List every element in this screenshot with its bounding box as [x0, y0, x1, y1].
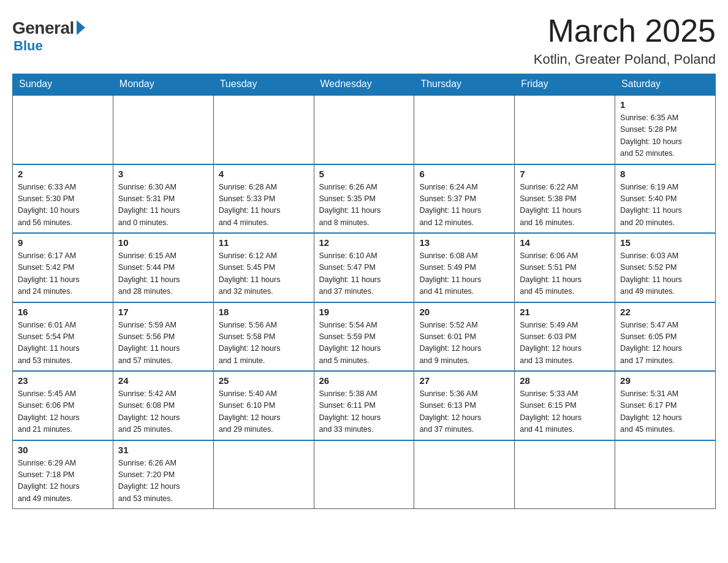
calendar-cell: 25Sunrise: 5:40 AMSunset: 6:10 PMDayligh… [213, 371, 314, 440]
weekday-header-tuesday: Tuesday [213, 74, 314, 95]
calendar-week-row: 1Sunrise: 6:35 AMSunset: 5:28 PMDaylight… [13, 95, 716, 164]
calendar-cell: 8Sunrise: 6:19 AMSunset: 5:40 PMDaylight… [615, 164, 716, 234]
calendar-cell [314, 95, 414, 164]
calendar-cell: 10Sunrise: 6:15 AMSunset: 5:44 PMDayligh… [113, 233, 213, 302]
day-number: 13 [419, 237, 509, 248]
day-number: 25 [219, 375, 309, 386]
weekday-header-saturday: Saturday [615, 74, 716, 95]
day-number: 8 [620, 169, 710, 179]
day-number: 14 [520, 237, 610, 248]
calendar-cell [414, 95, 515, 164]
day-info: Sunrise: 5:40 AMSunset: 6:10 PMDaylight:… [219, 388, 309, 436]
calendar-cell: 14Sunrise: 6:06 AMSunset: 5:51 PMDayligh… [515, 233, 615, 302]
calendar-cell: 26Sunrise: 5:38 AMSunset: 6:11 PMDayligh… [314, 371, 414, 440]
day-number: 24 [118, 375, 208, 386]
day-info: Sunrise: 6:24 AMSunset: 5:37 PMDaylight:… [419, 182, 509, 229]
day-number: 3 [118, 169, 208, 179]
day-info: Sunrise: 5:38 AMSunset: 6:11 PMDaylight:… [319, 388, 409, 436]
day-info: Sunrise: 5:52 AMSunset: 6:01 PMDaylight:… [419, 320, 509, 367]
day-number: 9 [18, 237, 108, 248]
day-number: 21 [520, 307, 610, 317]
calendar-cell [113, 95, 213, 164]
calendar-cell: 15Sunrise: 6:03 AMSunset: 5:52 PMDayligh… [615, 233, 716, 302]
weekday-header-thursday: Thursday [414, 74, 515, 95]
day-info: Sunrise: 5:33 AMSunset: 6:15 PMDaylight:… [520, 388, 610, 436]
calendar-cell [515, 95, 615, 164]
weekday-header-friday: Friday [515, 74, 615, 95]
day-info: Sunrise: 6:22 AMSunset: 5:38 PMDaylight:… [520, 182, 610, 229]
day-number: 26 [319, 375, 409, 386]
calendar-week-row: 23Sunrise: 5:45 AMSunset: 6:06 PMDayligh… [13, 371, 716, 440]
calendar-cell: 13Sunrise: 6:08 AMSunset: 5:49 PMDayligh… [414, 233, 515, 302]
calendar-cell: 30Sunrise: 6:29 AMSunset: 7:18 PMDayligh… [13, 440, 113, 509]
calendar-cell: 28Sunrise: 5:33 AMSunset: 6:15 PMDayligh… [515, 371, 615, 440]
day-number: 7 [520, 169, 610, 179]
day-number: 17 [118, 307, 208, 317]
calendar-week-row: 30Sunrise: 6:29 AMSunset: 7:18 PMDayligh… [13, 440, 716, 509]
day-info: Sunrise: 6:12 AMSunset: 5:45 PMDaylight:… [219, 250, 309, 298]
day-number: 10 [118, 237, 208, 248]
calendar-cell: 24Sunrise: 5:42 AMSunset: 6:08 PMDayligh… [113, 371, 213, 440]
calendar-cell: 2Sunrise: 6:33 AMSunset: 5:30 PMDaylight… [13, 164, 113, 234]
day-info: Sunrise: 5:54 AMSunset: 5:59 PMDaylight:… [319, 320, 409, 367]
calendar-cell: 31Sunrise: 6:26 AMSunset: 7:20 PMDayligh… [113, 440, 213, 509]
logo-arrow-icon [77, 20, 85, 35]
day-number: 22 [620, 307, 710, 317]
day-number: 18 [219, 307, 309, 317]
calendar-cell: 7Sunrise: 6:22 AMSunset: 5:38 PMDaylight… [515, 164, 615, 234]
calendar-cell: 19Sunrise: 5:54 AMSunset: 5:59 PMDayligh… [314, 302, 414, 372]
day-info: Sunrise: 6:15 AMSunset: 5:44 PMDaylight:… [118, 250, 208, 298]
calendar-cell: 29Sunrise: 5:31 AMSunset: 6:17 PMDayligh… [615, 371, 716, 440]
day-info: Sunrise: 6:19 AMSunset: 5:40 PMDaylight:… [620, 182, 710, 229]
calendar-cell [13, 95, 113, 164]
day-info: Sunrise: 5:49 AMSunset: 6:03 PMDaylight:… [520, 320, 610, 367]
location-title: Kotlin, Greater Poland, Poland [534, 52, 716, 67]
month-title: March 2025 [534, 12, 716, 49]
calendar-cell: 27Sunrise: 5:36 AMSunset: 6:13 PMDayligh… [414, 371, 515, 440]
day-number: 15 [620, 237, 710, 248]
day-info: Sunrise: 6:26 AMSunset: 5:35 PMDaylight:… [319, 182, 409, 229]
calendar-cell: 16Sunrise: 6:01 AMSunset: 5:54 PMDayligh… [13, 302, 113, 372]
calendar-week-row: 2Sunrise: 6:33 AMSunset: 5:30 PMDaylight… [13, 164, 716, 234]
day-number: 12 [319, 237, 409, 248]
calendar-header-row: SundayMondayTuesdayWednesdayThursdayFrid… [13, 74, 716, 95]
day-number: 28 [520, 375, 610, 386]
calendar-cell: 17Sunrise: 5:59 AMSunset: 5:56 PMDayligh… [113, 302, 213, 372]
day-number: 30 [18, 445, 108, 455]
day-info: Sunrise: 5:56 AMSunset: 5:58 PMDaylight:… [219, 320, 309, 367]
day-info: Sunrise: 6:10 AMSunset: 5:47 PMDaylight:… [319, 250, 409, 298]
day-info: Sunrise: 5:45 AMSunset: 6:06 PMDaylight:… [18, 388, 108, 436]
day-number: 31 [118, 445, 208, 455]
calendar-table: SundayMondayTuesdayWednesdayThursdayFrid… [12, 74, 716, 509]
day-number: 6 [419, 169, 509, 179]
logo: General Blue [12, 18, 85, 54]
calendar-cell: 5Sunrise: 6:26 AMSunset: 5:35 PMDaylight… [314, 164, 414, 234]
day-number: 27 [419, 375, 509, 386]
calendar-cell: 9Sunrise: 6:17 AMSunset: 5:42 PMDaylight… [13, 233, 113, 302]
day-info: Sunrise: 5:47 AMSunset: 6:05 PMDaylight:… [620, 320, 710, 367]
weekday-header-wednesday: Wednesday [314, 74, 414, 95]
day-info: Sunrise: 5:31 AMSunset: 6:17 PMDaylight:… [620, 388, 710, 436]
day-info: Sunrise: 6:08 AMSunset: 5:49 PMDaylight:… [419, 250, 509, 298]
calendar-cell [515, 440, 615, 509]
day-info: Sunrise: 6:26 AMSunset: 7:20 PMDaylight:… [118, 458, 208, 505]
day-number: 19 [319, 307, 409, 317]
calendar-cell [213, 95, 314, 164]
day-number: 29 [620, 375, 710, 386]
day-number: 16 [18, 307, 108, 317]
day-number: 20 [419, 307, 509, 317]
calendar-cell: 4Sunrise: 6:28 AMSunset: 5:33 PMDaylight… [213, 164, 314, 234]
header: General Blue March 2025 Kotlin, Greater … [12, 12, 716, 67]
logo-general-text: General [12, 18, 74, 38]
day-info: Sunrise: 6:06 AMSunset: 5:51 PMDaylight:… [520, 250, 610, 298]
day-info: Sunrise: 5:42 AMSunset: 6:08 PMDaylight:… [118, 388, 208, 436]
day-info: Sunrise: 6:30 AMSunset: 5:31 PMDaylight:… [118, 182, 208, 229]
title-area: March 2025 Kotlin, Greater Poland, Polan… [534, 12, 716, 67]
day-info: Sunrise: 5:36 AMSunset: 6:13 PMDaylight:… [419, 388, 509, 436]
day-info: Sunrise: 6:29 AMSunset: 7:18 PMDaylight:… [18, 458, 108, 505]
calendar-week-row: 9Sunrise: 6:17 AMSunset: 5:42 PMDaylight… [13, 233, 716, 302]
logo-blue-text: Blue [13, 38, 43, 54]
calendar-cell [314, 440, 414, 509]
calendar-cell: 12Sunrise: 6:10 AMSunset: 5:47 PMDayligh… [314, 233, 414, 302]
calendar-cell: 6Sunrise: 6:24 AMSunset: 5:37 PMDaylight… [414, 164, 515, 234]
